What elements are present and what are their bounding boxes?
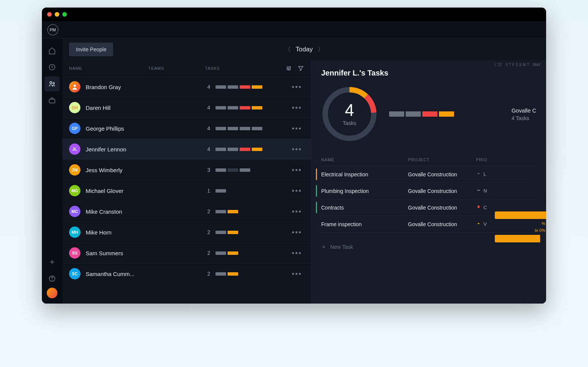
nav-projects[interactable] xyxy=(45,93,60,108)
person-name: Michael Glover xyxy=(86,188,123,194)
date-next-button[interactable]: 〉 xyxy=(317,45,324,54)
avatar: MC xyxy=(69,206,80,217)
window-maximize-button[interactable] xyxy=(62,12,67,17)
detail-title: Jennifer L.'s Tasks xyxy=(321,69,536,77)
gantt-label: % xyxy=(495,221,546,226)
gantt-preview: % te 0% xyxy=(495,211,546,242)
priority-icon xyxy=(476,171,481,177)
summary-text: Govalle C 4 Tasks xyxy=(511,107,536,121)
task-count: 2 xyxy=(205,208,210,214)
avatar: MG xyxy=(69,185,80,196)
people-row[interactable]: MHMike Horn2••• xyxy=(62,222,311,242)
task-row[interactable]: Plumbing InspectionGovalle ConstructionN xyxy=(321,183,536,199)
svg-point-2 xyxy=(53,82,54,84)
task-bars xyxy=(215,127,262,130)
people-list-pane: NAME TEAMS TASKS Brandon Gray4•••DHDaren… xyxy=(62,60,311,304)
people-icon xyxy=(48,80,56,88)
person-name: Sam Summers xyxy=(86,250,123,256)
task-project: Govalle Construction xyxy=(408,171,476,177)
svg-point-6 xyxy=(290,66,291,67)
row-more-button[interactable]: ••• xyxy=(289,187,304,194)
people-row[interactable]: JLJennifer Lennon4••• xyxy=(62,139,311,159)
task-name: Electrical Inspection xyxy=(321,171,408,177)
avatar: SC xyxy=(69,268,80,279)
new-task-button[interactable]: New Task xyxy=(321,244,536,250)
people-list: Brandon Gray4•••DHDaren Hill4•••GPGeorge… xyxy=(62,76,311,284)
avatar: MH xyxy=(69,227,80,238)
row-more-button[interactable]: ••• xyxy=(289,249,304,257)
invite-people-button[interactable]: Invite People xyxy=(69,43,113,56)
app-header: PM xyxy=(42,21,546,39)
plus-icon xyxy=(321,244,326,250)
person-name: Mike Horn xyxy=(86,229,111,236)
row-more-button[interactable]: ••• xyxy=(289,208,304,215)
window-close-button[interactable] xyxy=(47,12,52,17)
donut-label: Tasks xyxy=(343,120,356,126)
priority-icon xyxy=(476,221,481,227)
task-header-priority: PRIO xyxy=(476,157,536,162)
summary-bars xyxy=(389,111,454,117)
people-row[interactable]: Brandon Gray4••• xyxy=(62,76,311,97)
window-minimize-button[interactable] xyxy=(55,12,59,17)
people-row[interactable]: GPGeorge Phillips4••• xyxy=(62,118,311,139)
row-more-button[interactable]: ••• xyxy=(289,83,304,91)
task-row[interactable]: Electrical InspectionGovalle Constructio… xyxy=(321,166,536,183)
task-priority: C xyxy=(476,204,536,211)
people-row[interactable]: DHDaren Hill4••• xyxy=(62,97,311,118)
task-table-header: NAME PROJECT PRIO xyxy=(321,154,536,166)
app-logo[interactable]: PM xyxy=(47,24,58,35)
row-more-button[interactable]: ••• xyxy=(289,145,304,153)
task-name: Plumbing Inspection xyxy=(321,188,408,194)
task-detail-pane: I '22 V T F S S M T MAY Jennifer L.'s Ta… xyxy=(311,60,546,304)
nav-add[interactable] xyxy=(45,254,60,270)
nav-people[interactable] xyxy=(45,76,60,91)
nav-sidebar xyxy=(42,39,62,304)
window-titlebar xyxy=(42,8,546,21)
task-count: 2 xyxy=(205,250,210,256)
row-more-button[interactable]: ••• xyxy=(289,228,304,236)
row-more-button[interactable]: ••• xyxy=(289,125,304,132)
task-count: 4 xyxy=(205,84,210,90)
people-row[interactable]: JWJess Wimberly3••• xyxy=(62,159,311,180)
filter-icon[interactable] xyxy=(297,65,304,72)
svg-point-7 xyxy=(288,68,288,69)
nav-recent[interactable] xyxy=(45,60,60,75)
task-count: 1 xyxy=(205,188,210,194)
task-count: 4 xyxy=(205,105,210,111)
header-name: NAME xyxy=(69,66,148,71)
current-user-avatar[interactable] xyxy=(47,288,57,298)
person-name: Brandon Gray xyxy=(86,84,121,90)
people-row[interactable]: SCSamantha Cumm...2••• xyxy=(62,263,311,284)
svg-point-1 xyxy=(50,82,52,83)
task-count: 2 xyxy=(205,229,210,235)
task-priority: L xyxy=(476,171,536,177)
row-more-button[interactable]: ••• xyxy=(289,270,304,278)
nav-help[interactable] xyxy=(45,271,60,286)
clock-icon xyxy=(48,63,56,71)
task-header-name: NAME xyxy=(321,157,408,162)
main-area: Invite People 〈 Today 〉 NAME TEAMS TASKS xyxy=(62,39,546,304)
timeline-month-left: I '22 xyxy=(495,63,502,67)
row-more-button[interactable]: ••• xyxy=(289,104,304,111)
sliders-icon[interactable] xyxy=(285,65,292,72)
task-name: Contracts xyxy=(321,205,408,211)
avatar: DH xyxy=(69,102,80,113)
avatar: SS xyxy=(69,247,80,259)
summary-project-name: Govalle C xyxy=(511,107,536,114)
people-row[interactable]: SSSam Summers2••• xyxy=(62,242,311,263)
people-list-header: NAME TEAMS TASKS xyxy=(62,60,311,76)
avatar: JL xyxy=(69,143,80,155)
people-row[interactable]: MGMichael Glover1••• xyxy=(62,180,311,201)
row-more-button[interactable]: ••• xyxy=(289,166,304,174)
nav-home[interactable] xyxy=(45,43,60,58)
new-task-label: New Task xyxy=(330,244,353,250)
date-prev-button[interactable]: 〈 xyxy=(284,45,291,54)
task-bars xyxy=(215,272,238,276)
task-name: Frame inspection xyxy=(321,221,408,227)
task-bars xyxy=(215,210,238,213)
summary-task-count: 4 Tasks xyxy=(511,115,536,121)
task-bars xyxy=(215,85,262,89)
header-tasks: TASKS xyxy=(205,66,285,71)
avatar: GP xyxy=(69,123,80,134)
people-row[interactable]: MCMike Cranston2••• xyxy=(62,201,311,222)
